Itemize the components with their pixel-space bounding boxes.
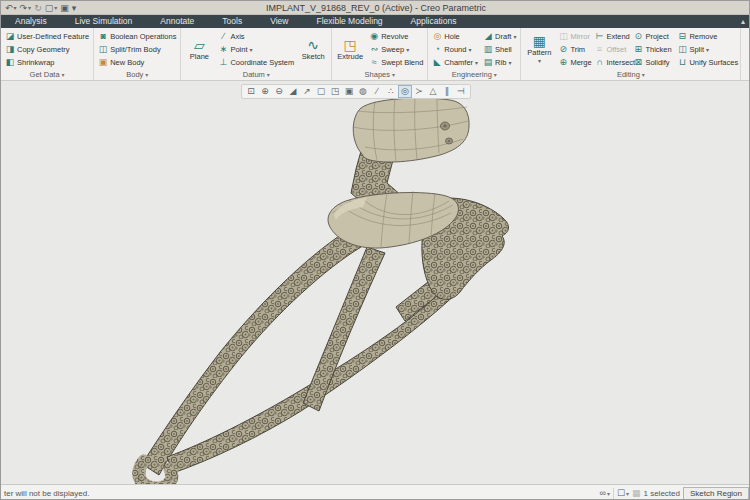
- hole-button[interactable]: ◎Hole: [431, 30, 479, 43]
- divider: [613, 488, 614, 499]
- zoom-out-icon[interactable]: ⊖: [272, 85, 286, 98]
- dropdown-arrow-icon: ▾: [267, 71, 270, 78]
- button-label: Sketch: [302, 53, 325, 61]
- regenerate-button[interactable]: ↻: [33, 2, 43, 14]
- merge-button[interactable]: ⊕Merge: [557, 56, 591, 69]
- draft-button[interactable]: ◢Draft▾: [482, 30, 517, 43]
- capture-icon[interactable]: ▣: [342, 85, 356, 98]
- annotation-display-icon[interactable]: ∴: [384, 85, 398, 98]
- minimize-ribbon-icon[interactable]: ▴: [741, 15, 745, 28]
- tab-applications[interactable]: Applications: [397, 15, 471, 28]
- coordinate-system-button[interactable]: ⊥Coordinate System: [217, 56, 295, 69]
- split-button[interactable]: ◫Split▾: [676, 43, 737, 56]
- dropdown-arrow-icon: ▾: [54, 2, 57, 14]
- thicken-button[interactable]: ⊞Thicken: [632, 43, 674, 56]
- customize-quick-access-button[interactable]: ▾: [71, 2, 78, 14]
- engineering-group-label[interactable]: Engineering ▾: [428, 69, 520, 80]
- trim-button[interactable]: ⊘Trim: [557, 43, 591, 56]
- datum-display-filters-icon[interactable]: ∕: [370, 85, 384, 98]
- selection-filter-button[interactable]: ☐ ▾: [617, 488, 629, 498]
- project-button[interactable]: ⊙Project: [632, 30, 674, 43]
- model-display-button[interactable]: ▢▾: [44, 2, 59, 14]
- extrude-icon: ◳: [344, 38, 357, 53]
- surfaces-group-label[interactable]: Surfaces ▾: [741, 69, 750, 80]
- extend-icon: ⊢: [594, 32, 604, 41]
- revolve-button[interactable]: ◉Revolve: [368, 30, 424, 43]
- exit-icon[interactable]: ⊣: [454, 85, 468, 98]
- extrude-button[interactable]: ◳ Extrude: [335, 30, 365, 69]
- customize-quick-access-icon: ▾: [72, 2, 77, 14]
- dropdown-arrow-icon: ▾: [468, 46, 471, 53]
- tab-analysis[interactable]: Analysis: [1, 15, 61, 28]
- pause-icon[interactable]: ∥: [440, 85, 454, 98]
- refit-icon[interactable]: ⊡: [244, 85, 258, 98]
- active-filter-value[interactable]: Sketch Region: [683, 487, 749, 500]
- mirror-icon: ◫: [558, 32, 568, 41]
- search-in-model-button[interactable]: ∞ ▾: [599, 488, 609, 498]
- point-button[interactable]: ∗Point▾: [217, 43, 295, 56]
- tab-annotate[interactable]: Annotate: [146, 15, 208, 28]
- editing-group-label[interactable]: Editing ▾: [521, 69, 740, 80]
- sweep-button[interactable]: ∾Sweep▾: [368, 43, 424, 56]
- swept-blend-button[interactable]: ≈Swept Blend: [368, 56, 424, 69]
- group-get-data: ◪User-Defined Feature◨Copy Geometry◧Shri…: [1, 28, 94, 80]
- hole-icon: ◎: [432, 32, 442, 41]
- chamfer-button[interactable]: ◣Chamfer▾: [431, 56, 479, 69]
- copy-geometry-button[interactable]: ◨Copy Geometry: [4, 43, 90, 56]
- graphics-area[interactable]: ⊡⊕⊖◢↗▢◳▣◍∕∴◎≻△∥⊣: [1, 81, 750, 484]
- button-label: Trim: [570, 45, 585, 54]
- section-icon[interactable]: △: [426, 85, 440, 98]
- perspective-icon[interactable]: ≻: [412, 85, 426, 98]
- shrinkwrap-button[interactable]: ◧Shrinkwrap: [4, 56, 90, 69]
- plane-button[interactable]: ▱ Plane: [184, 30, 214, 69]
- sketch-button[interactable]: ∿ Sketch: [298, 30, 328, 69]
- previous-view-icon[interactable]: ↗: [300, 85, 314, 98]
- remove-button[interactable]: ⊟Remove: [676, 30, 737, 43]
- saved-orientations-icon[interactable]: ◳: [328, 85, 342, 98]
- shapes-group-label[interactable]: Shapes ▾: [332, 69, 427, 80]
- unify-surfaces-button[interactable]: ⊔Unify Surfaces: [676, 56, 737, 69]
- new-body-icon: ▣: [98, 58, 108, 67]
- spin-center-icon[interactable]: ◎: [398, 85, 412, 98]
- boolean-operations-button[interactable]: ◙Boolean Operations: [97, 30, 177, 43]
- repaint-icon[interactable]: ◢: [286, 85, 300, 98]
- tab-live-simulation[interactable]: Live Simulation: [61, 15, 147, 28]
- split-trim-body-icon: ◫: [98, 45, 108, 54]
- zoom-in-icon[interactable]: ⊕: [258, 85, 272, 98]
- status-message: ter will not be displayed.: [1, 489, 599, 498]
- revolve-icon: ◉: [369, 32, 379, 41]
- body-group-label[interactable]: Body ▾: [94, 69, 180, 80]
- graphics-toolbar: ⊡⊕⊖◢↗▢◳▣◍∕∴◎≻△∥⊣: [241, 84, 471, 99]
- redo-button[interactable]: ↷▾: [19, 2, 33, 14]
- user-defined-feature-button[interactable]: ◪User-Defined Feature: [4, 30, 90, 43]
- get-data-group-label[interactable]: Get Data ▾: [1, 69, 93, 80]
- button-label: New Body: [110, 58, 144, 67]
- group-datum: ▱ Plane ∕Axis∗Point▾⊥Coordinate System ∿…: [181, 28, 332, 80]
- boundary-blend-button[interactable]: ◗ Boundary Blend: [744, 30, 750, 69]
- extend-button[interactable]: ⊢Extend: [593, 30, 630, 43]
- 3d-model[interactable]: [1, 81, 750, 484]
- tab-tools[interactable]: Tools: [208, 15, 256, 28]
- round-button[interactable]: ◔Round▾: [431, 43, 479, 56]
- button-label: Boolean Operations: [110, 32, 176, 41]
- window-button[interactable]: ▣: [59, 2, 70, 14]
- axis-button[interactable]: ∕Axis: [217, 30, 295, 43]
- button-label: Remove: [689, 32, 717, 41]
- solidify-button[interactable]: ⊠Solidify: [632, 56, 674, 69]
- button-label: Shell: [495, 45, 512, 54]
- intersect-button[interactable]: ∩Intersect: [593, 56, 630, 69]
- group-label-text: Get Data: [30, 70, 60, 79]
- datum-group-label[interactable]: Datum ▾: [181, 69, 331, 80]
- rib-button[interactable]: ▤Rib▾: [482, 56, 517, 69]
- standard-orientation-icon[interactable]: ▢: [314, 85, 328, 98]
- split-trim-body-button[interactable]: ◫Split/Trim Body: [97, 43, 177, 56]
- tab-view[interactable]: View: [256, 15, 302, 28]
- undo-button[interactable]: ↶▾: [4, 2, 18, 14]
- pattern-button[interactable]: ▦ Pattern ▾: [524, 30, 554, 69]
- tab-flexible-modeling[interactable]: Flexible Modeling: [302, 15, 396, 28]
- group-editing: ▦ Pattern ▾ ◫Mirror⊢Extend⊙Project⊟Remov…: [521, 28, 741, 80]
- display-style-icon[interactable]: ◍: [356, 85, 370, 98]
- button-label: Project: [645, 32, 668, 41]
- shell-button[interactable]: ▥Shell: [482, 43, 517, 56]
- new-body-button[interactable]: ▣New Body: [97, 56, 177, 69]
